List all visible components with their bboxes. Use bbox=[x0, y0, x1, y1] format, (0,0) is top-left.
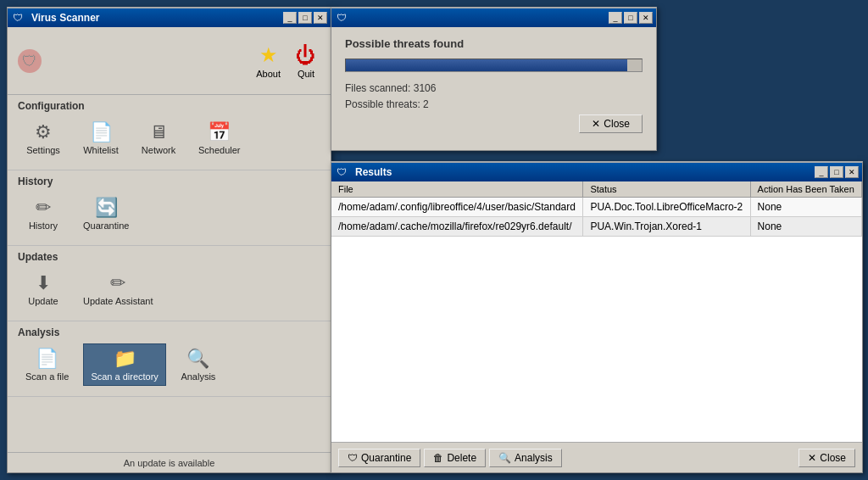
col-file: File bbox=[331, 181, 583, 198]
pd-minimize-button[interactable]: _ bbox=[609, 12, 622, 24]
delete-icon: 🗑 bbox=[433, 452, 443, 464]
results-titlebar: 🛡 Results _ □ ✕ bbox=[331, 163, 862, 181]
about-label: About bbox=[256, 69, 281, 79]
progress-dialog-controls: _ □ ✕ bbox=[609, 12, 653, 24]
settings-label: Settings bbox=[26, 145, 60, 155]
results-close-label: Close bbox=[820, 452, 846, 464]
history-section: History ✏ History 🔄 Quarantine bbox=[8, 170, 331, 246]
pd-close-button[interactable]: ✕ bbox=[639, 12, 653, 24]
about-icon: ★ bbox=[259, 43, 278, 67]
quarantine-label: Quarantine bbox=[83, 220, 129, 231]
updates-title: Updates bbox=[18, 251, 320, 263]
history-items: ✏ History 🔄 Quarantine bbox=[18, 193, 320, 240]
quarantine-icon: 🔄 bbox=[95, 197, 118, 219]
settings-item[interactable]: ⚙ Settings bbox=[18, 117, 69, 159]
update-assistant-icon: ✏ bbox=[110, 272, 125, 294]
progress-dialog: 🛡 _ □ ✕ Possible threats found Files sca… bbox=[331, 7, 657, 151]
virus-scanner-title: Virus Scanner bbox=[28, 12, 283, 24]
delete-label: Delete bbox=[447, 452, 476, 464]
progress-bar-fill bbox=[346, 59, 627, 71]
statusbar: An update is available bbox=[8, 452, 331, 472]
cell-action: None bbox=[750, 198, 861, 217]
col-status: Status bbox=[583, 181, 750, 198]
table-row[interactable]: /home/adam/.cache/mozilla/firefox/re029y… bbox=[331, 217, 862, 237]
quarantine-item[interactable]: 🔄 Quarantine bbox=[75, 193, 136, 235]
update-item[interactable]: ⬇ Update bbox=[18, 268, 69, 310]
updates-items: ⬇ Update ✏ Update Assistant bbox=[18, 268, 320, 315]
quit-button[interactable]: ⏻ Quit bbox=[288, 39, 324, 83]
minimize-button[interactable]: _ bbox=[283, 12, 297, 24]
scan-file-label: Scan a file bbox=[25, 371, 69, 382]
progress-dialog-icon: 🛡 bbox=[335, 11, 348, 25]
results-window: 🛡 Results _ □ ✕ File Status Action Has B… bbox=[331, 161, 863, 473]
table-row[interactable]: /home/adam/.config/libreoffice/4/user/ba… bbox=[331, 198, 862, 217]
whitelist-item[interactable]: 📄 Whitelist bbox=[75, 117, 126, 159]
scan-directory-item[interactable]: 📁 Scan a directory bbox=[83, 343, 165, 386]
results-table: File Status Action Has Been Taken /home/… bbox=[331, 181, 862, 237]
close-x-icon: ✕ bbox=[592, 118, 600, 130]
update-assistant-item[interactable]: ✏ Update Assistant bbox=[75, 268, 161, 310]
svg-text:🛡: 🛡 bbox=[22, 53, 37, 70]
results-title: Results bbox=[352, 166, 815, 178]
scheduler-label: Scheduler bbox=[198, 145, 241, 155]
history-icon: ✏ bbox=[36, 197, 51, 219]
analysis-items: 📄 Scan a file 📁 Scan a directory 🔍 Analy… bbox=[18, 343, 320, 391]
rw-maximize-button[interactable]: □ bbox=[830, 166, 843, 178]
about-button[interactable]: ★ About bbox=[248, 39, 288, 83]
scan-file-item[interactable]: 📄 Scan a file bbox=[18, 343, 76, 386]
table-header-row: File Status Action Has Been Taken bbox=[331, 181, 862, 198]
rw-close-button[interactable]: ✕ bbox=[845, 166, 859, 178]
quarantine-button[interactable]: 🛡 Quarantine bbox=[338, 449, 420, 467]
results-controls: _ □ ✕ bbox=[815, 166, 859, 178]
network-item[interactable]: 🖥 Network bbox=[133, 117, 184, 159]
progress-stats: Files scanned: 3106 Possible threats: 2 bbox=[345, 81, 643, 113]
analysis-section: Analysis 📄 Scan a file 📁 Scan a director… bbox=[8, 321, 331, 397]
update-label: Update bbox=[28, 296, 58, 306]
progress-title: Possible threats found bbox=[345, 37, 643, 50]
analysis-footer-label: Analysis bbox=[515, 452, 553, 464]
quarantine-icon: 🛡 bbox=[348, 452, 358, 464]
quit-label: Quit bbox=[298, 69, 314, 79]
results-icon: 🛡 bbox=[335, 165, 348, 179]
analysis-footer-icon: 🔍 bbox=[498, 452, 511, 464]
scan-directory-label: Scan a directory bbox=[91, 371, 158, 382]
network-label: Network bbox=[142, 145, 175, 155]
delete-button[interactable]: 🗑 Delete bbox=[424, 449, 486, 467]
settings-icon: ⚙ bbox=[35, 121, 52, 143]
analysis-label: Analysis bbox=[181, 371, 215, 382]
cell-status: PUA.Win.Trojan.Xored-1 bbox=[583, 217, 750, 237]
progress-close-label: Close bbox=[604, 118, 630, 130]
progress-dialog-title bbox=[352, 12, 609, 24]
analysis-footer-button[interactable]: 🔍 Analysis bbox=[489, 449, 562, 467]
scheduler-icon: 📅 bbox=[208, 121, 231, 143]
statusbar-text: An update is available bbox=[124, 458, 215, 468]
history-title: History bbox=[18, 176, 320, 187]
rw-minimize-button[interactable]: _ bbox=[815, 166, 828, 178]
cell-action: None bbox=[750, 217, 861, 237]
update-assistant-label: Update Assistant bbox=[83, 296, 153, 306]
app-logo: 🛡 bbox=[14, 46, 45, 76]
history-item[interactable]: ✏ History bbox=[18, 193, 69, 235]
updates-section: Updates ⬇ Update ✏ Update Assistant bbox=[8, 246, 331, 321]
scheduler-item[interactable]: 📅 Scheduler bbox=[191, 117, 248, 159]
analysis-item[interactable]: 🔍 Analysis bbox=[173, 343, 224, 386]
possible-threats-text: Possible threats: 2 bbox=[345, 97, 643, 113]
virus-scanner-controls: _ □ ✕ bbox=[283, 12, 327, 24]
quarantine-label: Quarantine bbox=[361, 452, 411, 464]
results-close-button[interactable]: ✕ Close bbox=[798, 449, 855, 467]
pd-maximize-button[interactable]: □ bbox=[624, 12, 637, 24]
scan-file-icon: 📄 bbox=[36, 348, 58, 370]
progress-dialog-titlebar: 🛡 _ □ ✕ bbox=[331, 8, 656, 27]
virus-scanner-icon: 🛡 bbox=[11, 11, 25, 25]
progress-bar-track bbox=[345, 59, 643, 72]
configuration-items: ⚙ Settings 📄 Whitelist 🖥 Network 📅 Sched… bbox=[18, 117, 320, 165]
progress-close-button[interactable]: ✕ Close bbox=[579, 114, 643, 133]
cell-file: /home/adam/.config/libreoffice/4/user/ba… bbox=[331, 198, 583, 217]
whitelist-icon: 📄 bbox=[90, 121, 113, 143]
close-window-button[interactable]: ✕ bbox=[314, 12, 327, 24]
virus-scanner-titlebar: 🛡 Virus Scanner _ □ ✕ bbox=[8, 8, 331, 27]
maximize-button[interactable]: □ bbox=[298, 12, 312, 24]
configuration-section: Configuration ⚙ Settings 📄 Whitelist 🖥 N… bbox=[8, 95, 331, 170]
cell-file: /home/adam/.cache/mozilla/firefox/re029y… bbox=[331, 217, 583, 237]
files-scanned-text: Files scanned: 3106 bbox=[345, 81, 643, 97]
